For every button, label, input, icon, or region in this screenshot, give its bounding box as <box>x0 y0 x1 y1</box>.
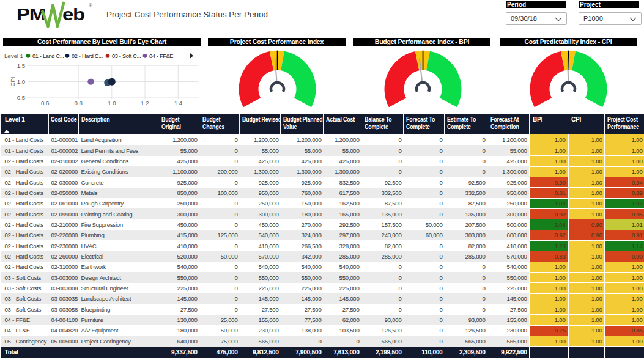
svg-text:1.2: 1.2 <box>141 100 149 106</box>
svg-text:01 - Land C...: 01 - Land C... <box>32 53 64 59</box>
svg-text:1.0: 1.0 <box>108 100 116 106</box>
svg-text:1.5: 1.5 <box>17 62 25 69</box>
svg-text:0.5: 0.5 <box>17 94 25 101</box>
svg-text:Level 1: Level 1 <box>4 53 23 59</box>
svg-text:CPI: CPI <box>9 77 16 87</box>
svg-text:0.8: 0.8 <box>75 100 83 106</box>
svg-text:0.6: 0.6 <box>41 100 49 106</box>
svg-text:1.0: 1.0 <box>17 78 25 85</box>
svg-text:1.4: 1.4 <box>174 100 183 106</box>
svg-text:04 - FF&E: 04 - FF&E <box>149 53 173 59</box>
svg-text:02 - Hard C...: 02 - Hard C... <box>72 53 103 59</box>
svg-text:03 - Soft C...: 03 - Soft C... <box>112 53 141 59</box>
